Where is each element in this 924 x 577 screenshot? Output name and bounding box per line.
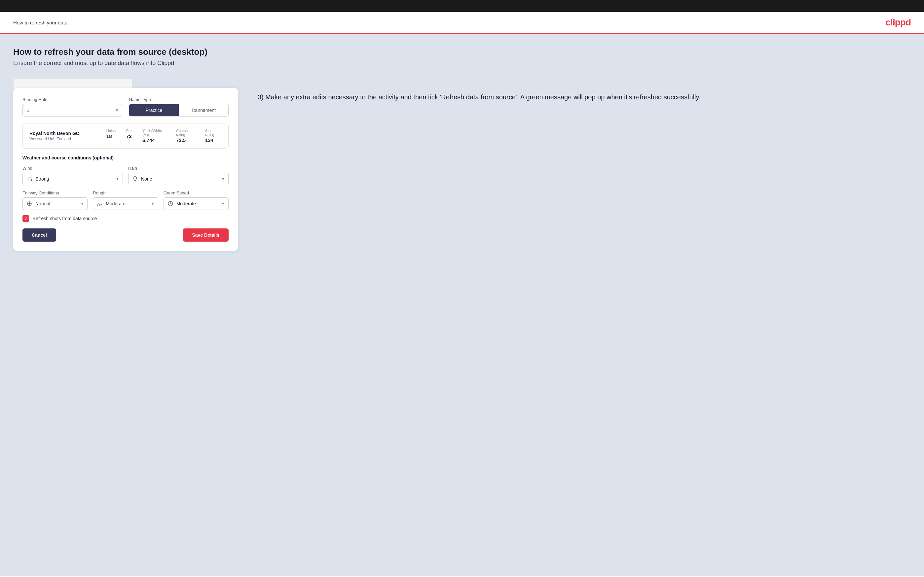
refresh-checkbox[interactable]: ✓ [23, 215, 29, 222]
holes-label: Holes [107, 129, 116, 133]
stat-par: Par 72 [126, 129, 132, 143]
game-type-group: Game Type Practice Tournament [129, 97, 229, 116]
starting-hole-select[interactable]: 1 10 [23, 104, 122, 116]
game-type-buttons: Practice Tournament [129, 104, 229, 116]
yards-value: 6,744 [142, 137, 165, 143]
footer: Copyright Clippd 2022 [0, 576, 924, 577]
green-speed-arrow-icon: ▼ [221, 202, 225, 206]
rain-group: Rain None Light Heavy [128, 166, 229, 185]
fairway-group: Fairway Conditions Normal Soft [23, 190, 87, 210]
page-title: How to refresh your data from source (de… [13, 47, 911, 57]
fairway-arrow-icon: ▼ [80, 202, 84, 206]
rough-select[interactable]: Moderate Light Heavy [106, 201, 148, 206]
form-panel: Starting Hole 1 10 ▼ Game Type Practi [13, 88, 238, 251]
green-speed-select-wrapper[interactable]: Moderate Slow Fast ▼ [163, 197, 229, 210]
course-name-block: Royal North Devon GC, Westward Ho!, Engl… [29, 131, 107, 141]
slope-rating-label: Slope rating [205, 129, 222, 137]
partial-card [13, 79, 132, 89]
cancel-button[interactable]: Cancel [23, 229, 56, 242]
rain-select[interactable]: None Light Heavy [141, 176, 219, 182]
fairway-rough-green-row: Fairway Conditions Normal Soft [23, 190, 229, 210]
content-row: Starting Hole 1 10 ▼ Game Type Practi [13, 79, 911, 251]
green-speed-icon [167, 200, 174, 207]
wind-select-wrapper[interactable]: Strong Calm Mild ▼ [23, 172, 123, 185]
rain-icon [132, 176, 139, 182]
starting-hole-select-wrapper: 1 10 ▼ [23, 104, 122, 116]
conditions-title: Weather and course conditions (optional) [23, 155, 229, 160]
green-speed-label: Green Speed [163, 190, 229, 195]
header: How to refresh your data clippd [0, 12, 924, 34]
wind-icon [26, 176, 33, 182]
rough-icon [97, 200, 103, 207]
fairway-icon [26, 200, 33, 207]
slope-rating-value: 134 [205, 137, 222, 143]
par-label: Par [126, 129, 132, 133]
stat-yards: Yards/White (M)) 6,744 [142, 129, 165, 143]
stat-slope-rating: Slope rating 134 [205, 129, 222, 143]
save-button[interactable]: Save Details [183, 229, 229, 242]
stat-holes: Holes 18 [107, 129, 116, 143]
checkmark-icon: ✓ [24, 216, 28, 221]
starting-hole-label: Starting Hole [23, 97, 122, 102]
fairway-select[interactable]: Normal Soft Hard [36, 201, 78, 206]
wind-group: Wind Strong Calm [23, 166, 123, 185]
wind-rain-row: Wind Strong Calm [23, 166, 229, 185]
holes-value: 18 [107, 133, 116, 139]
starting-hole-group: Starting Hole 1 10 ▼ [23, 97, 122, 116]
refresh-checkbox-label: Refresh shots from data source [32, 216, 97, 221]
instruction-panel: 3) Make any extra edits necessary to the… [258, 79, 911, 102]
course-location: Westward Ho!, England [29, 137, 107, 141]
green-speed-select[interactable]: Moderate Slow Fast [176, 201, 219, 206]
course-stats: Holes 18 Par 72 Yards/White (M)) 6,744 [107, 129, 222, 143]
par-value: 72 [126, 133, 132, 139]
rough-group: Rough Moderate Light Heavy [93, 190, 158, 210]
rough-arrow-icon: ▼ [151, 202, 155, 206]
rain-label: Rain [128, 166, 229, 171]
course-name: Royal North Devon GC, [29, 131, 107, 136]
page-subtitle: Ensure the correct and most up to date d… [13, 60, 911, 67]
fairway-label: Fairway Conditions [23, 190, 87, 195]
tournament-button[interactable]: Tournament [179, 104, 228, 116]
stat-course-rating: Course rating 72.5 [176, 129, 195, 143]
yards-label: Yards/White (M)) [142, 129, 165, 137]
rain-select-wrapper[interactable]: None Light Heavy ▼ [128, 172, 229, 185]
rough-label: Rough [93, 190, 158, 195]
main-content: How to refresh your data from source (de… [0, 34, 924, 576]
practice-button[interactable]: Practice [129, 104, 179, 116]
wind-label: Wind [23, 166, 123, 171]
header-title: How to refresh your data [13, 20, 68, 26]
course-rating-value: 72.5 [176, 137, 195, 143]
form-container: Starting Hole 1 10 ▼ Game Type Practi [13, 79, 238, 251]
course-info-box: Royal North Devon GC, Westward Ho!, Engl… [23, 123, 229, 148]
starting-game-row: Starting Hole 1 10 ▼ Game Type Practi [23, 97, 229, 116]
instruction-text: 3) Make any extra edits necessary to the… [258, 92, 911, 102]
fairway-select-wrapper[interactable]: Normal Soft Hard ▼ [23, 197, 87, 210]
green-speed-group: Green Speed Moderate Slow [163, 190, 229, 210]
top-bar [0, 0, 924, 12]
rain-arrow-icon: ▼ [221, 177, 225, 181]
game-type-label: Game Type [129, 97, 229, 102]
course-rating-label: Course rating [176, 129, 195, 137]
wind-arrow-icon: ▼ [116, 177, 119, 181]
rough-select-wrapper[interactable]: Moderate Light Heavy ▼ [93, 197, 158, 210]
buttons-row: Cancel Save Details [23, 229, 229, 242]
refresh-checkbox-row: ✓ Refresh shots from data source [23, 215, 229, 222]
wind-select[interactable]: Strong Calm Mild [36, 176, 113, 182]
logo: clippd [886, 17, 911, 28]
